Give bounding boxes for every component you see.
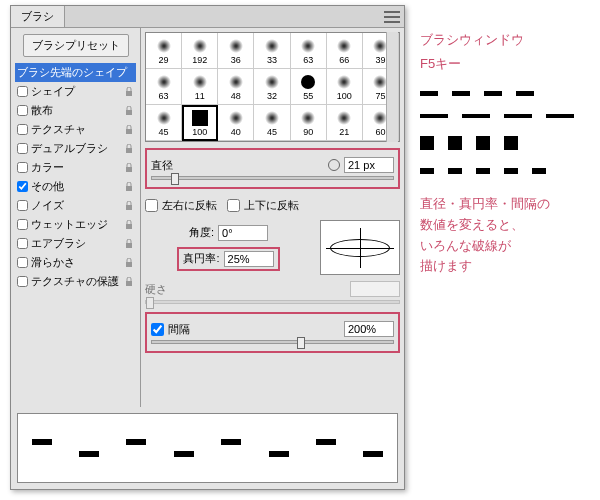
sidebar-item-2[interactable]: 散布 bbox=[15, 101, 136, 120]
angle-label: 角度: bbox=[189, 225, 214, 240]
diameter-field[interactable] bbox=[344, 157, 394, 173]
brush-cell[interactable]: 100 bbox=[182, 105, 218, 141]
dash-sample-1 bbox=[420, 91, 590, 96]
svg-rect-2 bbox=[126, 129, 132, 134]
spacing-group: 間隔 bbox=[145, 312, 400, 353]
tab-bar: ブラシ bbox=[11, 6, 404, 28]
brush-panel: ブラシ ブラシプリセット ブラシ先端のシェイプシェイプ散布テクスチャデュアルブラ… bbox=[10, 5, 405, 490]
sidebar-item-8[interactable]: ウェットエッジ bbox=[15, 215, 136, 234]
diameter-slider[interactable] bbox=[151, 176, 394, 180]
spacing-checkbox[interactable] bbox=[151, 323, 164, 336]
sidebar-check-11[interactable] bbox=[17, 276, 28, 287]
svg-rect-5 bbox=[126, 186, 132, 191]
diameter-group: 直径 bbox=[145, 148, 400, 189]
brush-cell[interactable]: 45 bbox=[146, 105, 182, 141]
sidebar-check-8[interactable] bbox=[17, 219, 28, 230]
panel-menu-icon[interactable] bbox=[384, 11, 400, 23]
sidebar: ブラシプリセット ブラシ先端のシェイプシェイプ散布テクスチャデュアルブラシカラー… bbox=[11, 28, 141, 407]
svg-rect-7 bbox=[126, 224, 132, 229]
lock-icon bbox=[124, 144, 134, 154]
brush-cell[interactable]: 100 bbox=[327, 69, 363, 105]
angle-visualizer[interactable] bbox=[320, 220, 400, 275]
brush-cell[interactable]: 66 bbox=[327, 33, 363, 69]
brush-cell[interactable]: 40 bbox=[218, 105, 254, 141]
brush-cell[interactable]: 11 bbox=[182, 69, 218, 105]
sidebar-check-6[interactable] bbox=[17, 181, 28, 192]
brush-cell[interactable]: 192 bbox=[182, 33, 218, 69]
brush-cell[interactable]: 33 bbox=[254, 33, 290, 69]
svg-rect-4 bbox=[126, 167, 132, 172]
roundness-group: 真円率: bbox=[177, 247, 279, 271]
dash-sample-3 bbox=[420, 136, 590, 150]
lock-icon bbox=[124, 258, 134, 268]
brush-cell[interactable]: 63 bbox=[146, 69, 182, 105]
roundness-label: 真円率: bbox=[183, 251, 219, 266]
sidebar-item-9[interactable]: エアブラシ bbox=[15, 234, 136, 253]
scrollbar[interactable] bbox=[386, 32, 398, 142]
brush-cell[interactable]: 21 bbox=[327, 105, 363, 141]
sidebar-item-10[interactable]: 滑らかさ bbox=[15, 253, 136, 272]
brush-grid[interactable]: 2919236336366396311483255100754510040459… bbox=[145, 32, 400, 142]
sidebar-check-1[interactable] bbox=[17, 86, 28, 97]
sidebar-check-9[interactable] bbox=[17, 238, 28, 249]
annotation-desc: 直径・真円率・間隔の数値を変えると、いろんな破線が描けます bbox=[420, 194, 590, 277]
sidebar-check-3[interactable] bbox=[17, 124, 28, 135]
sidebar-item-11[interactable]: テクスチャの保護 bbox=[15, 272, 136, 291]
svg-rect-0 bbox=[126, 91, 132, 96]
brush-cell[interactable]: 90 bbox=[291, 105, 327, 141]
roundness-field[interactable] bbox=[224, 251, 274, 267]
sidebar-item-1[interactable]: シェイプ bbox=[15, 82, 136, 101]
lock-icon bbox=[124, 201, 134, 211]
lock-icon bbox=[124, 125, 134, 135]
sidebar-item-7[interactable]: ノイズ bbox=[15, 196, 136, 215]
lock-icon bbox=[124, 182, 134, 192]
flip-y-checkbox[interactable]: 上下に反転 bbox=[227, 198, 299, 213]
annotation-title-2: F5キー bbox=[420, 54, 590, 74]
sidebar-item-5[interactable]: カラー bbox=[15, 158, 136, 177]
stroke-preview bbox=[17, 413, 398, 483]
dash-sample-2 bbox=[420, 114, 590, 118]
sidebar-check-2[interactable] bbox=[17, 105, 28, 116]
spacing-slider[interactable] bbox=[151, 340, 394, 344]
flip-x-checkbox[interactable]: 左右に反転 bbox=[145, 198, 217, 213]
lock-icon bbox=[124, 87, 134, 97]
spacing-label: 間隔 bbox=[168, 322, 190, 337]
sidebar-check-10[interactable] bbox=[17, 257, 28, 268]
svg-rect-8 bbox=[126, 243, 132, 248]
hardness-field bbox=[350, 281, 400, 297]
hardness-label: 硬さ bbox=[145, 282, 167, 297]
lock-icon bbox=[124, 239, 134, 249]
lock-icon bbox=[124, 106, 134, 116]
brush-cell[interactable]: 36 bbox=[218, 33, 254, 69]
brush-cell[interactable]: 48 bbox=[218, 69, 254, 105]
lock-icon bbox=[124, 220, 134, 230]
sidebar-check-7[interactable] bbox=[17, 200, 28, 211]
angle-field[interactable] bbox=[218, 225, 268, 241]
sidebar-item-4[interactable]: デュアルブラシ bbox=[15, 139, 136, 158]
brush-preset-button[interactable]: ブラシプリセット bbox=[23, 34, 129, 57]
main-area: 2919236336366396311483255100754510040459… bbox=[141, 28, 404, 407]
brush-cell[interactable]: 45 bbox=[254, 105, 290, 141]
svg-rect-3 bbox=[126, 148, 132, 153]
dash-sample-4 bbox=[420, 168, 590, 174]
lock-icon bbox=[124, 163, 134, 173]
tab-brush[interactable]: ブラシ bbox=[11, 6, 65, 27]
svg-rect-1 bbox=[126, 110, 132, 115]
svg-rect-10 bbox=[126, 281, 132, 286]
annotation-title-1: ブラシウィンドウ bbox=[420, 30, 590, 50]
brush-cell[interactable]: 29 bbox=[146, 33, 182, 69]
svg-rect-6 bbox=[126, 205, 132, 210]
spacing-field[interactable] bbox=[344, 321, 394, 337]
brush-cell[interactable]: 63 bbox=[291, 33, 327, 69]
brush-cell[interactable]: 32 bbox=[254, 69, 290, 105]
annotations: ブラシウィンドウ F5キー 直径・真円率・間隔の数値を変えると、いろんな破線が描… bbox=[420, 30, 590, 277]
sidebar-item-6[interactable]: その他 bbox=[15, 177, 136, 196]
sidebar-item-0[interactable]: ブラシ先端のシェイプ bbox=[15, 63, 136, 82]
reset-icon[interactable] bbox=[328, 159, 340, 171]
diameter-label: 直径 bbox=[151, 158, 173, 173]
lock-icon bbox=[124, 277, 134, 287]
sidebar-item-3[interactable]: テクスチャ bbox=[15, 120, 136, 139]
sidebar-check-4[interactable] bbox=[17, 143, 28, 154]
brush-cell[interactable]: 55 bbox=[291, 69, 327, 105]
sidebar-check-5[interactable] bbox=[17, 162, 28, 173]
